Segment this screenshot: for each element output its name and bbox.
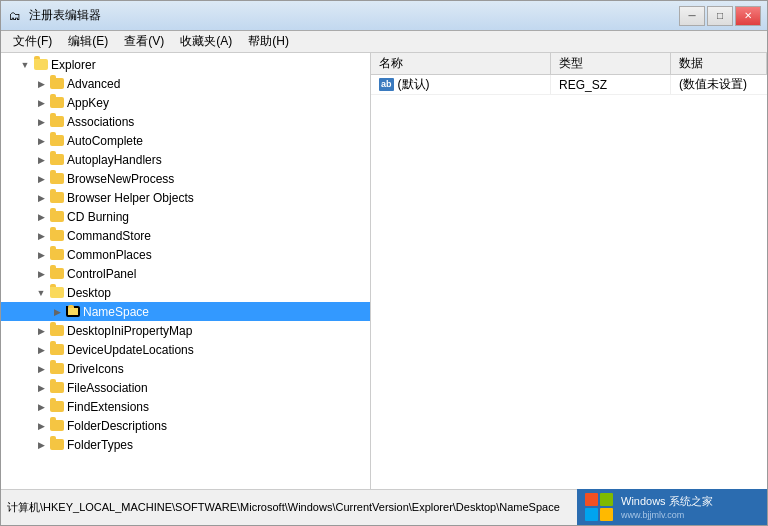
folder-icon-autocomplete xyxy=(49,133,65,149)
expander-driveicons[interactable]: ▶ xyxy=(33,361,49,377)
label-namespace: NameSpace xyxy=(83,305,149,319)
label-advanced: Advanced xyxy=(67,77,120,91)
expander-commonplaces[interactable]: ▶ xyxy=(33,247,49,263)
cell-type-default: REG_SZ xyxy=(551,75,671,94)
folder-icon-namespace xyxy=(65,304,81,320)
expander-folderdescriptions[interactable]: ▶ xyxy=(33,418,49,434)
main-content: ▼ Explorer ▶ Advanced ▶ AppKey xyxy=(1,53,767,489)
label-associations: Associations xyxy=(67,115,134,129)
tree-item-advanced[interactable]: ▶ Advanced xyxy=(1,74,370,93)
folder-icon-driveicons xyxy=(49,361,65,377)
tree-item-browserhelperobjects[interactable]: ▶ Browser Helper Objects xyxy=(1,188,370,207)
watermark-text-line1: Windows 系统之家 xyxy=(621,494,713,509)
tree-item-fileassociation[interactable]: ▶ FileAssociation xyxy=(1,378,370,397)
cell-name-default: ab (默认) xyxy=(371,75,551,94)
tree-item-foldertypes[interactable]: ▶ FolderTypes xyxy=(1,435,370,454)
expander-browsenewprocess[interactable]: ▶ xyxy=(33,171,49,187)
tree-item-namespace[interactable]: ▶ NameSpace xyxy=(1,302,370,321)
tree-panel: ▼ Explorer ▶ Advanced ▶ AppKey xyxy=(1,53,371,489)
right-content[interactable]: ab (默认) REG_SZ (数值未设置) xyxy=(371,75,767,489)
tree-item-commandstore[interactable]: ▶ CommandStore xyxy=(1,226,370,245)
tree-item-browsenewprocess[interactable]: ▶ BrowseNewProcess xyxy=(1,169,370,188)
status-bar: 计算机\HKEY_LOCAL_MACHINE\SOFTWARE\Microsof… xyxy=(1,489,767,525)
tree-item-desktop[interactable]: ▼ Desktop xyxy=(1,283,370,302)
tree-item-findextensions[interactable]: ▶ FindExtensions xyxy=(1,397,370,416)
folder-icon-findextensions xyxy=(49,399,65,415)
label-desktopinipropertymap: DesktopIniPropertyMap xyxy=(67,324,192,338)
tree-item-explorer[interactable]: ▼ Explorer xyxy=(1,55,370,74)
registry-row-default[interactable]: ab (默认) REG_SZ (数值未设置) xyxy=(371,75,767,95)
expander-fileassociation[interactable]: ▶ xyxy=(33,380,49,396)
windows-logo xyxy=(585,493,613,521)
expander-controlpanel[interactable]: ▶ xyxy=(33,266,49,282)
col-header-name: 名称 xyxy=(371,53,551,74)
folder-icon-desktopinipropertymap xyxy=(49,323,65,339)
folder-icon-fileassociation xyxy=(49,380,65,396)
expander-cdburning[interactable]: ▶ xyxy=(33,209,49,225)
close-button[interactable]: ✕ xyxy=(735,6,761,26)
label-autoplayhandlers: AutoplayHandlers xyxy=(67,153,162,167)
tree-scroll[interactable]: ▼ Explorer ▶ Advanced ▶ AppKey xyxy=(1,53,370,489)
expander-explorer[interactable]: ▼ xyxy=(17,57,33,73)
expander-desktopinipropertymap[interactable]: ▶ xyxy=(33,323,49,339)
tree-item-commonplaces[interactable]: ▶ CommonPlaces xyxy=(1,245,370,264)
tree-item-driveicons[interactable]: ▶ DriveIcons xyxy=(1,359,370,378)
label-browsenewprocess: BrowseNewProcess xyxy=(67,172,174,186)
folder-icon-appkey xyxy=(49,95,65,111)
tree-item-folderdescriptions[interactable]: ▶ FolderDescriptions xyxy=(1,416,370,435)
folder-icon-commandstore xyxy=(49,228,65,244)
tree-item-deviceupdatelocations[interactable]: ▶ DeviceUpdateLocations xyxy=(1,340,370,359)
expander-advanced[interactable]: ▶ xyxy=(33,76,49,92)
expander-commandstore[interactable]: ▶ xyxy=(33,228,49,244)
tree-item-appkey[interactable]: ▶ AppKey xyxy=(1,93,370,112)
tree-item-cdburning[interactable]: ▶ CD Burning xyxy=(1,207,370,226)
label-cdburning: CD Burning xyxy=(67,210,129,224)
tree-item-autocomplete[interactable]: ▶ AutoComplete xyxy=(1,131,370,150)
ab-icon: ab xyxy=(379,78,394,91)
label-findextensions: FindExtensions xyxy=(67,400,149,414)
tree-item-controlpanel[interactable]: ▶ ControlPanel xyxy=(1,264,370,283)
expander-deviceupdatelocations[interactable]: ▶ xyxy=(33,342,49,358)
label-desktop: Desktop xyxy=(67,286,111,300)
window-controls: ─ □ ✕ xyxy=(679,6,761,26)
folder-icon-associations xyxy=(49,114,65,130)
expander-autocomplete[interactable]: ▶ xyxy=(33,133,49,149)
tree-item-desktopinipropertymap[interactable]: ▶ DesktopIniPropertyMap xyxy=(1,321,370,340)
tree-item-associations[interactable]: ▶ Associations xyxy=(1,112,370,131)
folder-icon-advanced xyxy=(49,76,65,92)
expander-namespace[interactable]: ▶ xyxy=(49,304,65,320)
expander-autoplayhandlers[interactable]: ▶ xyxy=(33,152,49,168)
col-header-data: 数据 xyxy=(671,53,767,74)
folder-icon-browsenewprocess xyxy=(49,171,65,187)
menu-help[interactable]: 帮助(H) xyxy=(240,31,297,52)
expander-browserhelperobjects[interactable]: ▶ xyxy=(33,190,49,206)
folder-icon-desktop xyxy=(49,285,65,301)
folder-icon-commonplaces xyxy=(49,247,65,263)
label-appkey: AppKey xyxy=(67,96,109,110)
menu-view[interactable]: 查看(V) xyxy=(116,31,172,52)
folder-icon-browserhelperobjects xyxy=(49,190,65,206)
label-fileassociation: FileAssociation xyxy=(67,381,148,395)
folder-icon-cdburning xyxy=(49,209,65,225)
expander-foldertypes[interactable]: ▶ xyxy=(33,437,49,453)
menu-file[interactable]: 文件(F) xyxy=(5,31,60,52)
label-commandstore: CommandStore xyxy=(67,229,151,243)
expander-desktop[interactable]: ▼ xyxy=(33,285,49,301)
expander-findextensions[interactable]: ▶ xyxy=(33,399,49,415)
label-explorer: Explorer xyxy=(51,58,96,72)
expander-appkey[interactable]: ▶ xyxy=(33,95,49,111)
menu-favorites[interactable]: 收藏夹(A) xyxy=(172,31,240,52)
window-title: 注册表编辑器 xyxy=(29,7,679,24)
maximize-button[interactable]: □ xyxy=(707,6,733,26)
label-foldertypes: FolderTypes xyxy=(67,438,133,452)
app-icon: 🗂 xyxy=(7,8,23,24)
expander-associations[interactable]: ▶ xyxy=(33,114,49,130)
title-bar: 🗂 注册表编辑器 ─ □ ✕ xyxy=(1,1,767,31)
minimize-button[interactable]: ─ xyxy=(679,6,705,26)
menu-edit[interactable]: 编辑(E) xyxy=(60,31,116,52)
label-autocomplete: AutoComplete xyxy=(67,134,143,148)
registry-editor-window: 🗂 注册表编辑器 ─ □ ✕ 文件(F) 编辑(E) 查看(V) 收藏夹(A) … xyxy=(0,0,768,526)
tree-item-autoplayhandlers[interactable]: ▶ AutoplayHandlers xyxy=(1,150,370,169)
label-deviceupdatelocations: DeviceUpdateLocations xyxy=(67,343,194,357)
folder-icon-explorer xyxy=(33,57,49,73)
